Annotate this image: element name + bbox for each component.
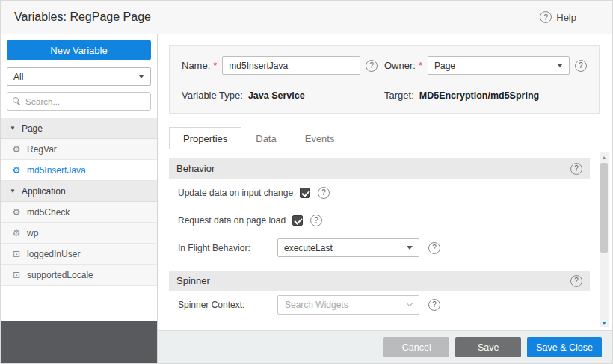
property-row-spinner-context: Spinner Context: Search Widgets ? [169,291,590,318]
search-input[interactable] [25,97,145,106]
target-group: Target: MD5Encryption/md5Spring [384,90,587,101]
variable-item-regvar[interactable]: ⚙ RegVar [1,139,157,160]
property-label: In Flight Behavior: [178,243,277,253]
dialog-footer: Cancel Save Save & Close [158,330,612,363]
property-help-icon[interactable]: ? [318,187,330,199]
property-help-icon[interactable]: ? [428,242,440,254]
update-data-checkbox[interactable] [300,188,310,198]
vertical-scrollbar[interactable]: ▲ ▼ [600,152,609,327]
spinner-context-combobox[interactable]: Search Widgets [277,295,419,315]
name-help-icon[interactable]: ? [366,60,378,72]
variable-item-label: loggedInUser [27,249,80,259]
scrollbar-thumb[interactable] [600,163,608,253]
behavior-help-icon[interactable]: ? [570,163,582,175]
help-icon: ? [540,11,552,23]
variable-item-label: supportedLocale [27,270,93,280]
variable-filter-select[interactable]: All [7,67,151,86]
tree-group-application[interactable]: ▼ Application [1,181,157,202]
section-title: Behavior [176,163,215,174]
property-label: Update data on input change [178,188,293,198]
service-variable-icon: ⚙ [11,165,22,176]
collapse-icon: ▼ [10,188,16,194]
name-input[interactable] [222,56,360,75]
search-icon [13,97,21,105]
variable-type-value: Java Service [248,90,305,101]
request-data-checkbox[interactable] [292,215,303,226]
owner-field-group: Owner: * Page ? [384,56,587,75]
new-variable-button[interactable]: New Variable [7,40,151,60]
spinner-context-placeholder: Search Widgets [285,300,348,310]
properties-scroll-area: Behavior ? Update data on input change ?… [158,149,612,330]
in-flight-behavior-value: executeLast [284,243,333,253]
property-row-update-data: Update data on input change ? [169,179,590,206]
entity-variable-icon: ⊡ [11,270,22,280]
scroll-up-icon[interactable]: ▲ [600,152,609,161]
chevron-down-icon [407,300,413,306]
service-variable-icon: ⚙ [11,228,22,238]
variable-type-group: Variable Type: Java Service [182,90,384,101]
tree-group-label: Application [22,186,66,197]
service-variable-icon: ⚙ [11,144,22,155]
cancel-button[interactable]: Cancel [383,337,449,357]
variables-tree: ▼ Page ⚙ RegVar ⚙ md5InsertJava ▼ Applic… [1,118,157,286]
variable-filter-value: All [13,72,23,82]
tab-properties[interactable]: Properties [169,127,241,149]
variable-search-box[interactable] [7,92,151,111]
entity-variable-icon: ⊡ [11,249,22,259]
save-and-close-button[interactable]: Save & Close [527,337,602,357]
variable-item-label: wp [27,228,38,238]
dialog-title: Variables: RegPage Page [14,10,151,24]
service-variable-icon: ⚙ [11,207,22,218]
caret-down-icon [407,246,413,250]
help-label: Help [556,12,576,23]
dialog-header: Variables: RegPage Page ? Help [1,1,612,34]
property-label: Request data on page load [178,215,286,226]
variables-sidebar: New Variable All ▼ Page ⚙ RegVar [1,34,158,363]
tab-events[interactable]: Events [291,127,349,149]
owner-label: Owner: [384,60,416,71]
variable-item-supportedlocale[interactable]: ⊡ supportedLocale [1,265,157,286]
caret-down-icon [557,64,563,67]
sidebar-bottom-panel [1,321,157,363]
section-header-spinner: Spinner ? [169,271,590,291]
variable-item-md5insertjava[interactable]: ⚙ md5InsertJava [1,160,157,181]
required-marker: * [419,60,422,71]
owner-select-value: Page [434,61,455,71]
owner-help-icon[interactable]: ? [575,60,587,72]
target-label: Target: [384,90,414,101]
property-help-icon[interactable]: ? [428,299,440,311]
property-help-icon[interactable]: ? [310,215,322,226]
variable-detail-panel: Name: * ? Owner: * Page ? [158,34,612,363]
tab-data[interactable]: Data [241,127,290,149]
variable-item-wp[interactable]: ⚙ wp [1,223,157,244]
owner-select[interactable]: Page [428,56,570,75]
property-row-in-flight: In Flight Behavior: executeLast ? [169,234,590,262]
detail-tabs: Properties Data Events [158,127,612,149]
required-marker: * [213,60,217,71]
section-title: Spinner [176,275,210,286]
scroll-down-icon[interactable]: ▼ [600,318,609,327]
caret-down-icon [138,75,144,78]
name-label: Name: [182,60,210,71]
section-header-behavior: Behavior ? [169,158,590,179]
variable-type-label: Variable Type: [182,90,243,101]
tree-group-page[interactable]: ▼ Page [1,118,157,139]
variables-dialog: Variables: RegPage Page ? Help New Varia… [0,0,613,364]
name-field-group: Name: * ? [182,56,384,75]
spinner-help-icon[interactable]: ? [570,275,582,287]
variable-item-loggedinuser[interactable]: ⊡ loggedInUser [1,244,157,265]
target-value: MD5Encryption/md5Spring [419,90,539,101]
property-row-request-data: Request data on page load ? [169,206,590,234]
help-button[interactable]: ? Help [540,11,576,23]
variable-form-panel: Name: * ? Owner: * Page ? [169,45,600,114]
save-button[interactable]: Save [455,337,521,357]
collapse-icon: ▼ [10,125,16,132]
property-label: Spinner Context: [178,300,277,310]
tree-group-label: Page [22,123,43,134]
variable-item-label: RegVar [27,144,57,155]
variable-item-md5check[interactable]: ⚙ md5Check [1,202,157,223]
variable-item-label: md5InsertJava [27,165,86,176]
variable-item-label: md5Check [27,207,70,218]
in-flight-behavior-select[interactable]: executeLast [277,238,419,257]
